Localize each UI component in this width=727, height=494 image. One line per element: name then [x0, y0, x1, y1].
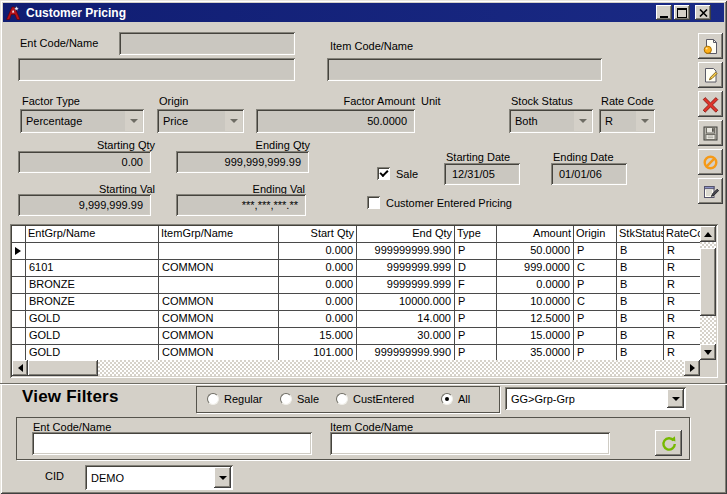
chevron-down-icon[interactable]	[636, 111, 653, 131]
table-cell[interactable]: R	[664, 345, 700, 360]
table-cell[interactable]: COMMON	[159, 294, 279, 310]
table-cell[interactable]: P	[574, 277, 617, 293]
table-cell[interactable]: P	[455, 311, 497, 327]
vertical-scrollbar[interactable]	[700, 226, 716, 360]
table-cell[interactable]	[159, 243, 279, 259]
scroll-up-button[interactable]	[700, 226, 716, 242]
rate-code-select[interactable]: R	[599, 109, 655, 133]
table-cell[interactable]: P	[455, 294, 497, 310]
table-cell[interactable]: 0.000	[279, 294, 357, 310]
row-selector[interactable]	[12, 277, 26, 293]
table-cell[interactable]: 0.000	[279, 260, 357, 276]
maximize-button[interactable]	[674, 5, 690, 20]
radio-custentered[interactable]: CustEntered	[336, 393, 414, 405]
edit-record-button[interactable]	[698, 62, 723, 88]
new-record-button[interactable]	[698, 33, 723, 59]
table-row[interactable]: GOLDCOMMON101.000999999999.990P35.0000PB…	[12, 345, 700, 360]
table-cell[interactable]: 35.0000	[497, 345, 574, 360]
scroll-left-button[interactable]	[12, 360, 28, 376]
table-row[interactable]: GOLDCOMMON0.00014.000P12.5000PBR	[12, 311, 700, 328]
table-cell[interactable]: 9999999.999	[357, 260, 455, 276]
sale-checkbox[interactable]	[377, 167, 390, 180]
chevron-down-icon[interactable]	[225, 111, 242, 131]
table-cell[interactable]: B	[617, 243, 664, 259]
row-selector[interactable]	[12, 311, 26, 327]
table-cell[interactable]: R	[664, 311, 700, 327]
table-cell[interactable]: R	[664, 243, 700, 259]
stock-status-select[interactable]: Both	[509, 109, 593, 133]
table-cell[interactable]: F	[455, 277, 497, 293]
table-cell[interactable]: 15.0000	[497, 328, 574, 344]
pricing-grid[interactable]: EntGrp/NameItemGrp/NameStart QtyEnd QtyT…	[10, 224, 718, 378]
row-selector[interactable]	[12, 345, 26, 360]
table-cell[interactable]: R	[664, 277, 700, 293]
table-cell[interactable]: BRONZE	[26, 277, 159, 293]
scroll-down-button[interactable]	[700, 344, 716, 360]
table-cell[interactable]: COMMON	[159, 328, 279, 344]
cancel-button[interactable]	[698, 149, 723, 175]
table-cell[interactable]: C	[574, 294, 617, 310]
vertical-scroll-thumb[interactable]	[700, 248, 716, 316]
table-cell[interactable]: COMMON	[159, 345, 279, 360]
table-row[interactable]: BRONZECOMMON0.00010000.000P10.0000CBR	[12, 294, 700, 311]
table-cell[interactable]: 999.0000	[497, 260, 574, 276]
horizontal-scroll-thumb[interactable]	[28, 360, 98, 376]
table-cell[interactable]: 10000.000	[357, 294, 455, 310]
table-cell[interactable]: 15.000	[279, 328, 357, 344]
table-cell[interactable]: GOLD	[26, 345, 159, 360]
origin-select[interactable]: Price	[157, 109, 244, 133]
table-cell[interactable]: P	[574, 328, 617, 344]
table-cell[interactable]: P	[574, 311, 617, 327]
table-cell[interactable]	[159, 277, 279, 293]
row-selector[interactable]	[12, 328, 26, 344]
radio-regular[interactable]: Regular	[207, 393, 263, 405]
table-cell[interactable]: GOLD	[26, 328, 159, 344]
table-cell[interactable]: 0.000	[279, 243, 357, 259]
table-cell[interactable]: B	[617, 260, 664, 276]
minimize-button[interactable]	[656, 5, 672, 20]
row-selector[interactable]	[12, 260, 26, 276]
column-header-amount[interactable]: Amount	[497, 226, 574, 242]
chevron-down-icon[interactable]	[214, 467, 231, 488]
table-cell[interactable]: P	[455, 345, 497, 360]
title-bar[interactable]: Customer Pricing	[3, 3, 724, 22]
filter-item-code-input[interactable]	[330, 432, 610, 455]
grouping-select[interactable]: GG>Grp-Grp	[505, 387, 686, 410]
column-header-start-qty[interactable]: Start Qty	[279, 226, 357, 242]
table-cell[interactable]: 0.000	[279, 311, 357, 327]
ent-code-input[interactable]	[119, 32, 295, 55]
delete-record-button[interactable]	[698, 91, 723, 117]
factor-type-select[interactable]: Percentage	[20, 109, 144, 133]
notes-button[interactable]	[698, 178, 723, 204]
table-row[interactable]: 6101COMMON0.0009999999.999D999.0000CBR	[12, 260, 700, 277]
item-code-input[interactable]	[327, 58, 602, 81]
column-header-end-qty[interactable]: End Qty	[357, 226, 455, 242]
table-cell[interactable]: 10.0000	[497, 294, 574, 310]
table-row[interactable]: BRONZE0.0009999999.999F0.0000PBR	[12, 277, 700, 294]
filter-ent-code-input[interactable]	[32, 432, 312, 455]
close-button[interactable]	[695, 5, 711, 20]
table-cell[interactable]: 101.000	[279, 345, 357, 360]
row-selector[interactable]	[12, 243, 26, 259]
horizontal-scrollbar[interactable]	[12, 360, 700, 376]
table-cell[interactable]	[26, 243, 159, 259]
table-cell[interactable]: BRONZE	[26, 294, 159, 310]
table-cell[interactable]: 9999999.999	[357, 277, 455, 293]
refresh-button[interactable]	[655, 430, 682, 456]
table-cell[interactable]: B	[617, 345, 664, 360]
table-cell[interactable]: D	[455, 260, 497, 276]
table-row[interactable]: 0.000999999999.990P50.0000PBR	[12, 243, 700, 260]
radio-sale[interactable]: Sale	[280, 393, 319, 405]
table-cell[interactable]: 14.000	[357, 311, 455, 327]
column-header-entgrp-name[interactable]: EntGrp/Name	[26, 226, 159, 242]
table-cell[interactable]: B	[617, 277, 664, 293]
column-header-rateco[interactable]: RateCo	[664, 226, 700, 242]
scroll-right-button[interactable]	[684, 360, 700, 376]
chevron-down-icon[interactable]	[125, 111, 142, 131]
table-cell[interactable]: 0.0000	[497, 277, 574, 293]
radio-all[interactable]: All	[441, 393, 470, 405]
table-cell[interactable]: C	[574, 260, 617, 276]
chevron-down-icon[interactable]	[574, 111, 591, 131]
table-cell[interactable]: COMMON	[159, 260, 279, 276]
column-header-origin[interactable]: Origin	[574, 226, 617, 242]
